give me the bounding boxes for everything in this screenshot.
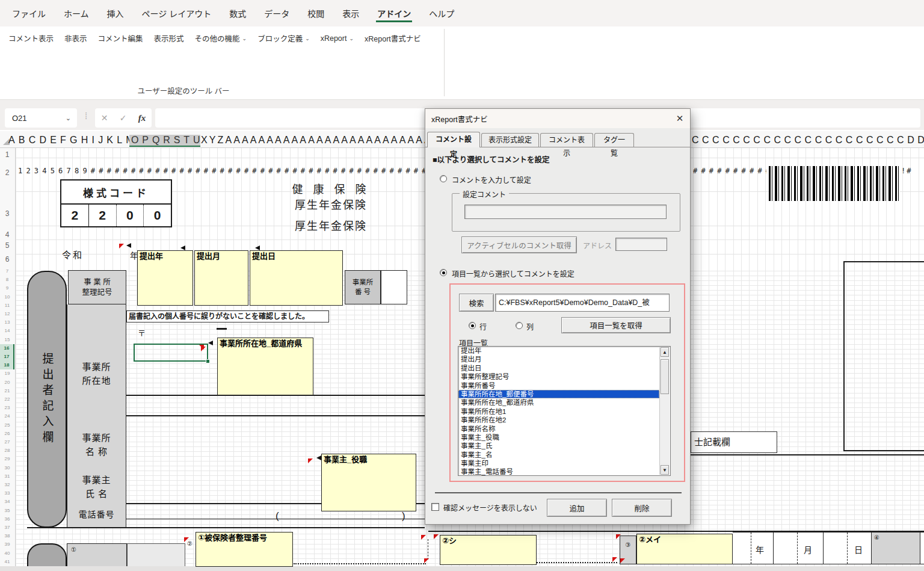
row-header-15[interactable]: 15 [0,336,14,344]
name-box[interactable]: O21 ⌄ [5,108,77,128]
radio-comment-input-label[interactable]: コメントを入力して設定 [452,174,531,185]
list-item-4[interactable]: 事業所番号 [458,381,659,390]
row-header-11[interactable]: 11 [0,301,14,310]
comment-field[interactable] [464,205,667,219]
add-button[interactable]: 追加 [547,499,607,517]
list-item-13[interactable]: 事業主印 [458,459,659,468]
delete-button[interactable]: 削除 [612,499,672,517]
toolbar-item-0[interactable]: コメント表示 [8,32,54,44]
row-header-36[interactable]: 36 [0,515,14,523]
row-header-41[interactable]: 41 [0,558,14,566]
list-item-10[interactable]: 事業主_役職 [458,433,659,442]
list-item-1[interactable]: 提出月 [458,355,659,363]
tab-1[interactable]: 表示形式設定 [481,133,539,147]
toolbar-item-1[interactable]: 非表示 [64,32,87,44]
menu-item-4[interactable]: 数式 [228,5,247,22]
list-item-6[interactable]: 事業所所在地_都道府県 [458,398,659,407]
row-header-6[interactable]: 6 [0,255,14,264]
item-listbox[interactable]: 提出年提出月提出日事業所整理記号事業所番号事業所所在地_郵便番号事業所所在地_都… [458,346,671,476]
menu-item-2[interactable]: 挿入 [106,5,125,22]
get-active-cell-comment-button[interactable]: アクティブセルのコメント取得 [461,236,577,253]
list-item-7[interactable]: 事業所所在地1 [458,407,659,416]
tab-3[interactable]: タグ一覧 [594,133,634,147]
toolbar-item-4[interactable]: その他の機能⌄ [195,32,247,44]
row-header-1[interactable]: 1 [0,150,14,159]
col-letters-left[interactable]: ABCDEFGHIJKLMN [8,135,149,146]
row-header-28[interactable]: 28 [0,446,14,455]
scrollbar[interactable]: ▲ ▼ [659,347,670,475]
radio-row-label[interactable]: 行 [479,321,487,332]
radio-column-label[interactable]: 列 [526,321,534,332]
row-header-29[interactable]: 29 [0,455,14,463]
row-header-23[interactable]: 23 [0,404,14,412]
row-header-20[interactable]: 20 [0,378,14,387]
row-header-22[interactable]: 22 [0,395,14,404]
menu-item-6[interactable]: 校閲 [306,5,325,22]
path-field[interactable]: C:¥FBS¥xReport5¥Demo¥Demo_Data¥D_被 [495,294,670,312]
col-letters-selected[interactable]: OPQRSTUVW [129,135,200,147]
menu-item-1[interactable]: ホーム [63,5,90,22]
row-header-7[interactable]: 7 [0,267,14,276]
dialog-titlebar[interactable]: xReport書式ナビ ✕ [425,109,690,128]
col-letters-mid[interactable]: XYZAAAAAAAAAAAAAAAAAAAAAAAAAAAAAAAAA [201,135,425,146]
confirm-checkbox-label[interactable]: 確認メッセージを表示しない [443,502,537,513]
enter-icon[interactable]: ✓ [120,113,127,123]
tab-2[interactable]: コメント表示 [540,133,593,147]
radio-row[interactable] [469,322,476,329]
address-field[interactable] [615,238,667,251]
row-header-13[interactable]: 13 [0,318,14,327]
scroll-down-icon[interactable]: ▼ [661,465,669,475]
row-header-34[interactable]: 34 [0,498,14,506]
row-header-39[interactable]: 39 [0,540,14,549]
get-item-list-button[interactable]: 項目一覧を取得 [561,317,671,333]
row-header-25[interactable]: 25 [0,421,14,430]
search-button[interactable]: 検索 [459,294,494,312]
row-header-19[interactable]: 19 [0,369,14,378]
list-item-8[interactable]: 事業所所在地2 [458,416,659,424]
row-header-27[interactable]: 27 [0,438,14,446]
row-header-9[interactable]: 9 [0,284,14,292]
chevron-down-icon[interactable]: ⌄ [66,114,77,122]
list-item-9[interactable]: 事業所名称 [458,425,659,433]
scrollbar-thumb[interactable] [661,359,669,394]
row-header-2[interactable]: 2 [0,168,14,177]
row-header-12[interactable]: 12 [0,310,14,318]
row-header-10[interactable]: 10 [0,293,14,301]
toolbar-item-5[interactable]: ブロック定義⌄ [257,32,310,44]
row-header-3[interactable]: 3 [0,209,14,218]
list-item-3[interactable]: 事業所整理記号 [458,372,659,381]
list-item-11[interactable]: 事業主_氏 [458,442,659,450]
drag-handle-icon[interactable]: ⁞ [85,111,87,121]
row-header-31[interactable]: 31 [0,472,14,481]
menu-item-3[interactable]: ページ レイアウト [141,5,213,22]
radio-comment-input[interactable] [440,175,447,182]
row-header-24[interactable]: 24 [0,412,14,421]
confirm-checkbox[interactable] [431,503,439,511]
row-header-17[interactable]: 17 [0,353,14,361]
radio-select-from-list[interactable] [440,269,447,276]
list-item-0[interactable]: 提出年 [458,347,659,355]
radio-select-from-list-label[interactable]: 項目一覧から選択してコメントを設定 [452,268,574,279]
toolbar-item-7[interactable]: xReport書式ナビ [365,32,421,44]
list-item-5[interactable]: 事業所所在地_郵便番号 [458,390,659,398]
row-header-37[interactable]: 37 [0,523,14,532]
row-header-4[interactable]: 4 [0,230,14,239]
close-icon[interactable]: ✕ [670,113,690,124]
menu-item-5[interactable]: データ [263,5,291,22]
col-letters-right[interactable]: CCCCCCCCCCCCCCCCCCCCCDDDDDDDDD [692,135,924,146]
menu-item-8[interactable]: アドイン [376,5,412,22]
row-header-26[interactable]: 26 [0,430,14,438]
list-item-14[interactable]: 事業主_電話番号 [458,468,659,476]
insert-function-icon[interactable]: fx [138,113,146,123]
row-header-32[interactable]: 32 [0,481,14,489]
list-item-2[interactable]: 提出日 [458,364,659,372]
row-header-21[interactable]: 21 [0,387,14,395]
row-header-38[interactable]: 38 [0,532,14,540]
selected-cell[interactable] [134,344,208,362]
row-header-5[interactable]: 5 [0,241,14,250]
toolbar-item-3[interactable]: 表示形式 [154,32,184,44]
toolbar-item-6[interactable]: xReport⌄ [321,32,354,44]
fill-handle[interactable] [206,359,210,363]
row-header-33[interactable]: 33 [0,489,14,498]
cancel-icon[interactable]: ✕ [101,113,108,123]
